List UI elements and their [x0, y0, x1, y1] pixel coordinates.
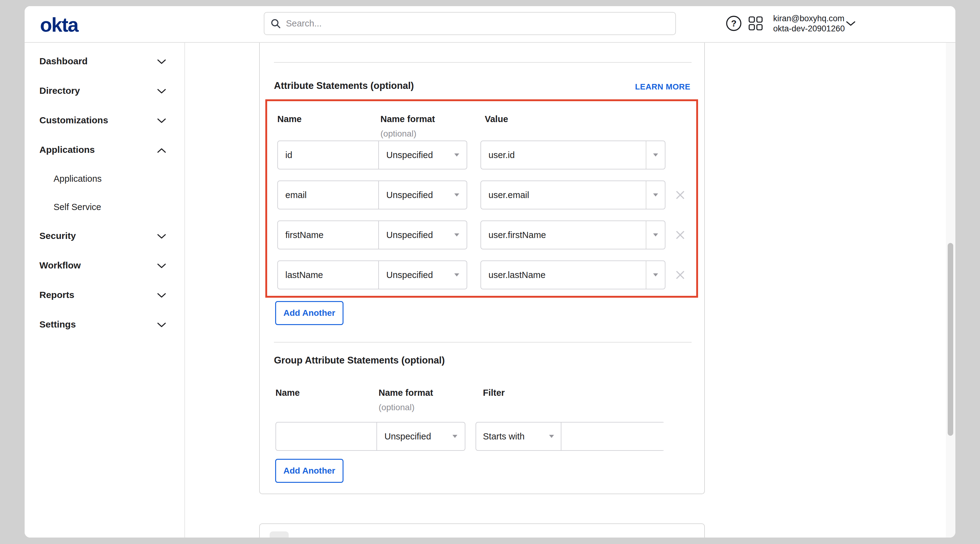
attribute-row: Unspecified user.email — [267, 181, 696, 209]
group-name-format-select[interactable]: Unspecified — [377, 422, 465, 451]
column-header-value: Value — [485, 114, 508, 124]
chevron-up-icon — [157, 144, 166, 155]
apps-grid-button[interactable] — [749, 16, 763, 32]
sidebar-item-security[interactable]: Security — [25, 221, 185, 251]
column-header-optional-note: (optional) — [379, 403, 415, 412]
okta-logo[interactable]: okta — [40, 14, 78, 36]
group-name-input[interactable] — [275, 422, 377, 451]
attribute-value-combobox[interactable]: user.email — [480, 181, 665, 209]
chevron-down-icon — [646, 141, 665, 169]
group-attribute-row: Unspecified Starts with — [260, 422, 694, 451]
search-icon — [270, 19, 281, 29]
chevron-down-icon — [157, 231, 166, 241]
search-input[interactable] — [286, 19, 669, 29]
remove-row-button[interactable] — [673, 260, 687, 289]
global-search[interactable] — [264, 12, 676, 35]
scrollbar-thumb[interactable] — [948, 243, 953, 436]
chevron-down-icon — [454, 193, 459, 197]
group-attribute-statements-title: Group Attribute Statements (optional) — [274, 355, 445, 366]
chevron-down-icon — [454, 154, 459, 157]
column-header-name: Name — [275, 388, 300, 398]
group-filter-combo: Starts with — [476, 422, 665, 451]
attribute-value-combobox[interactable]: user.id — [480, 141, 665, 170]
close-icon — [675, 270, 685, 280]
chevron-down-icon — [454, 233, 459, 236]
sidebar-item-customizations[interactable]: Customizations — [25, 105, 185, 135]
attribute-statements-title: Attribute Statements (optional) — [274, 80, 414, 91]
sidebar-item-reports[interactable]: Reports — [25, 280, 185, 310]
name-format-select[interactable]: Unspecified — [379, 260, 467, 289]
add-another-group-attribute-button[interactable]: Add Another — [275, 459, 344, 483]
close-icon — [675, 230, 685, 240]
help-button[interactable]: ? — [726, 15, 742, 32]
account-chevron-down-icon — [846, 21, 856, 28]
attribute-name-input[interactable] — [277, 181, 379, 209]
account-menu[interactable]: kiran@boxyhq.com okta-dev-20901260 — [773, 14, 845, 34]
sidebar-nav: Dashboard Directory Customizations Appli… — [25, 43, 185, 538]
filter-type-select[interactable]: Starts with — [476, 422, 562, 450]
chevron-down-icon — [452, 435, 457, 438]
column-header-name-format: Name format — [379, 388, 433, 398]
filter-value-input[interactable] — [562, 422, 691, 450]
section-divider — [274, 342, 692, 343]
main-content: Attribute Statements (optional) LEARN MO… — [186, 43, 946, 538]
column-header-filter: Filter — [483, 388, 505, 398]
learn-more-link[interactable]: LEARN MORE — [635, 82, 690, 92]
attribute-row: Unspecified user.firstName — [267, 220, 696, 249]
account-email: kiran@boxyhq.com — [773, 14, 845, 24]
name-format-select[interactable]: Unspecified — [379, 181, 467, 209]
close-icon — [675, 190, 685, 200]
chevron-down-icon — [157, 290, 166, 300]
attribute-name-input[interactable] — [277, 220, 379, 249]
vertical-scrollbar[interactable] — [946, 6, 955, 538]
sidebar-subitem-applications[interactable]: Applications — [25, 165, 185, 193]
apps-grid-icon — [749, 16, 763, 30]
sidebar-item-settings[interactable]: Settings — [25, 310, 185, 339]
attribute-row: Unspecified user.id — [267, 141, 696, 170]
chevron-down-icon — [454, 273, 459, 276]
app-logo-placeholder — [270, 531, 289, 538]
attribute-name-input[interactable] — [277, 141, 379, 170]
annotation-highlight-box: Name Name format (optional) Value Unspec… — [265, 99, 698, 298]
remove-row-button[interactable] — [673, 181, 687, 209]
attribute-value-combobox[interactable]: user.firstName — [480, 220, 665, 249]
chevron-down-icon — [549, 435, 554, 438]
chevron-down-icon — [646, 181, 665, 209]
column-header-name-format: Name format — [380, 114, 435, 124]
sidebar-item-directory[interactable]: Directory — [25, 76, 185, 105]
chevron-down-icon — [646, 221, 665, 249]
account-org: okta-dev-20901260 — [773, 24, 845, 34]
next-section-card — [259, 523, 705, 538]
svg-text:?: ? — [731, 19, 737, 28]
add-another-attribute-button[interactable]: Add Another — [275, 301, 344, 325]
name-format-select[interactable]: Unspecified — [379, 220, 467, 249]
column-header-optional-note: (optional) — [380, 129, 417, 139]
top-bar: okta ? kiran@boxyhq.com okta- — [25, 6, 955, 43]
chevron-down-icon — [157, 319, 166, 330]
sidebar-subitem-self-service[interactable]: Self Service — [25, 193, 185, 221]
chevron-down-icon — [646, 261, 665, 289]
remove-row-button[interactable] — [673, 220, 687, 249]
sidebar-item-workflow[interactable]: Workflow — [25, 251, 185, 280]
section-divider — [274, 62, 692, 63]
attribute-value-combobox[interactable]: user.lastName — [480, 260, 665, 289]
sidebar-item-applications[interactable]: Applications — [25, 135, 185, 165]
chevron-down-icon — [157, 86, 166, 96]
column-header-name: Name — [277, 114, 302, 124]
app-window: okta ? kiran@boxyhq.com okta- — [25, 6, 955, 538]
help-icon: ? — [726, 15, 742, 32]
attribute-row: Unspecified user.lastName — [267, 260, 696, 289]
chevron-down-icon — [157, 260, 166, 271]
attribute-name-input[interactable] — [277, 260, 379, 289]
sidebar-item-dashboard[interactable]: Dashboard — [25, 46, 185, 76]
chevron-down-icon — [157, 115, 166, 125]
saml-settings-card: Attribute Statements (optional) LEARN MO… — [259, 43, 705, 494]
chevron-down-icon — [157, 56, 166, 67]
name-format-select[interactable]: Unspecified — [379, 141, 467, 170]
